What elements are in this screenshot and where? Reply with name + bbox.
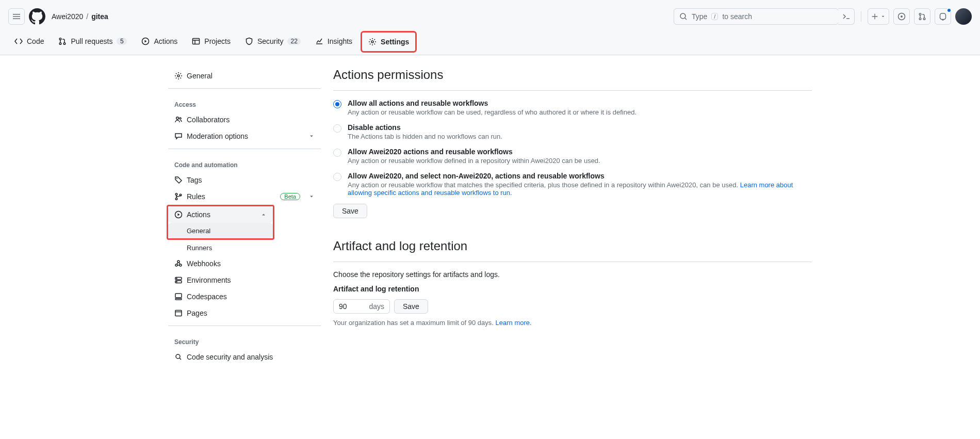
github-logo[interactable] [29, 8, 45, 25]
search-key-hint: / [711, 13, 718, 20]
breadcrumb-owner[interactable]: Awei2020 [52, 12, 83, 21]
issues-button[interactable] [893, 8, 910, 25]
branch-icon [174, 192, 183, 201]
svg-point-16 [175, 193, 177, 196]
beta-badge: Beta [280, 193, 300, 200]
sidebar-item-label: Moderation options [187, 132, 248, 140]
svg-point-8 [64, 43, 66, 45]
svg-point-22 [177, 261, 179, 263]
retention-days-input[interactable]: 90 days [333, 299, 390, 314]
tab-insights[interactable]: Insights [309, 32, 358, 52]
save-retention-button[interactable]: Save [394, 299, 428, 314]
divider [333, 90, 812, 91]
chevron-down-icon [308, 133, 315, 139]
tab-settings[interactable]: Settings [361, 31, 417, 53]
section-title-retention: Artifact and log retention [333, 239, 812, 253]
sidebar-item-label: Tags [187, 176, 202, 184]
comment-icon [174, 132, 183, 140]
webhook-icon [174, 259, 183, 268]
svg-point-4 [919, 18, 921, 20]
hamburger-menu-button[interactable] [8, 8, 25, 25]
svg-point-15 [176, 178, 177, 179]
radio-allow-owner[interactable] [333, 149, 341, 157]
retention-subhead: Artifact and log retention [333, 285, 812, 293]
sidebar-item-label: General [187, 72, 213, 80]
sidebar-item-tags[interactable]: Tags [168, 172, 321, 188]
radio-allow-select[interactable] [333, 173, 341, 181]
retention-value: 90 [339, 302, 347, 311]
gear-icon [174, 72, 183, 80]
breadcrumb-sep: / [86, 12, 88, 21]
avatar[interactable] [955, 8, 972, 25]
sidebar-item-rules[interactable]: Rules Beta [168, 188, 321, 205]
tab-security[interactable]: Security 22 [239, 32, 307, 52]
sidebar-item-pages[interactable]: Pages [168, 305, 321, 321]
sidebar-item-webhooks[interactable]: Webhooks [168, 255, 321, 272]
server-icon [174, 276, 183, 284]
svg-point-17 [175, 198, 177, 200]
sidebar-item-actions-runners[interactable]: Runners [168, 240, 321, 255]
sidebar-item-general[interactable]: General [168, 68, 321, 84]
tab-code[interactable]: Code [8, 32, 50, 52]
sidebar-group-security: Security [168, 330, 321, 349]
notifications-button[interactable] [935, 8, 951, 25]
sidebar-item-actions[interactable]: Actions [168, 206, 273, 223]
svg-point-13 [176, 117, 179, 120]
sidebar-item-actions-general[interactable]: General [168, 223, 273, 238]
radio-desc: Any action or reusable workflow can be u… [348, 108, 636, 116]
svg-point-11 [371, 41, 373, 43]
svg-point-0 [680, 13, 685, 19]
radio-label: Allow Awei2020 actions and reusable work… [348, 148, 600, 156]
hint-text: Your organization has set a maximum limi… [333, 319, 496, 327]
tab-insights-label: Insights [328, 37, 352, 45]
sidebar-item-collaborators[interactable]: Collaborators [168, 111, 321, 128]
notification-indicator [946, 8, 952, 13]
sidebar-item-label: Runners [187, 244, 212, 252]
sidebar-item-label: Environments [187, 276, 231, 284]
tab-pulls-count: 5 [117, 38, 127, 45]
learn-more-link[interactable]: Learn more. [496, 319, 532, 327]
radio-disable[interactable] [333, 124, 341, 133]
create-new-button[interactable] [868, 8, 889, 25]
tab-actions[interactable]: Actions [135, 32, 184, 52]
svg-rect-27 [175, 294, 182, 298]
sidebar-item-label: General [187, 227, 210, 235]
svg-point-7 [60, 43, 62, 45]
search-placeholder-pre: Type [692, 12, 707, 21]
radio-label: Allow Awei2020, and select non-Awei2020,… [348, 172, 812, 180]
svg-point-12 [177, 75, 179, 77]
sidebar-item-label: Collaborators [187, 116, 230, 124]
section-desc: Choose the repository settings for artif… [333, 270, 812, 279]
svg-rect-10 [193, 39, 200, 44]
sidebar-group-code: Code and automation [168, 153, 321, 172]
shield-search-icon [174, 353, 183, 361]
sidebar-item-environments[interactable]: Environments [168, 272, 321, 288]
radio-desc: Any action or reusable workflow that mat… [348, 181, 812, 197]
sidebar-group-access: Access [168, 93, 321, 111]
breadcrumb-repo[interactable]: gitea [91, 12, 108, 21]
radio-label: Disable actions [348, 123, 502, 132]
sidebar-item-moderation[interactable]: Moderation options [168, 128, 321, 144]
pull-requests-button[interactable] [914, 8, 930, 25]
tab-actions-label: Actions [154, 37, 177, 45]
search-input[interactable]: Type / to search [674, 8, 839, 25]
tab-security-label: Security [257, 37, 284, 45]
svg-point-25 [176, 278, 177, 279]
tab-projects-label: Projects [204, 37, 231, 45]
radio-allow-all[interactable] [333, 100, 341, 108]
sidebar-item-label: Code security and analysis [187, 353, 273, 361]
play-circle-icon [174, 210, 183, 219]
command-palette-button[interactable] [838, 8, 855, 25]
search-placeholder-post: to search [722, 12, 752, 21]
sidebar-item-codespaces[interactable]: Codespaces [168, 288, 321, 305]
tab-pull-requests[interactable]: Pull requests 5 [52, 32, 133, 52]
svg-point-2 [901, 15, 903, 18]
tag-icon [174, 176, 183, 184]
tab-pulls-label: Pull requests [71, 37, 112, 45]
chevron-down-icon [308, 193, 315, 200]
save-permissions-button[interactable]: Save [333, 204, 367, 218]
sidebar-item-code-security[interactable]: Code security and analysis [168, 349, 321, 365]
tab-projects[interactable]: Projects [186, 32, 237, 52]
tab-settings-label: Settings [381, 38, 409, 46]
sidebar-item-label: Actions [187, 210, 210, 219]
